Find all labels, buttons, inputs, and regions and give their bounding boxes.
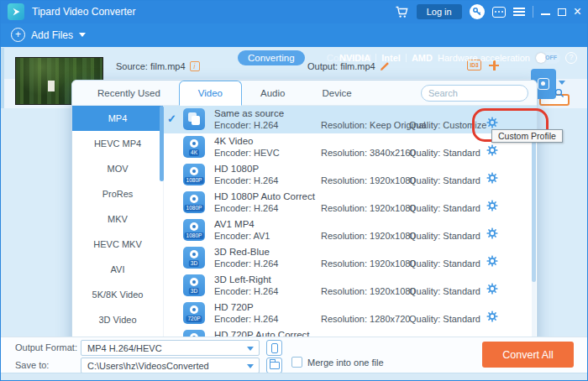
add-files-button[interactable]: + Add Files bbox=[11, 28, 86, 42]
format-dropdown-caret[interactable] bbox=[559, 81, 565, 85]
format-type-icon: 4K bbox=[183, 136, 205, 158]
format-row[interactable]: ✓ 720P HD 720P Encoder: H.264 Resolution… bbox=[164, 300, 537, 327]
format-encoder: Encoder: H.264 bbox=[214, 258, 278, 269]
format-type-icon: 1080P bbox=[183, 219, 205, 241]
toggle-state: OFF bbox=[545, 55, 557, 60]
popup-tab[interactable]: Device bbox=[303, 81, 370, 105]
hardware-acceleration-label: Hardware acceleration bbox=[438, 53, 530, 63]
add-files-label: Add Files bbox=[31, 29, 73, 41]
popup-tab[interactable]: Recently Used bbox=[79, 81, 179, 105]
sidebar-format-item[interactable]: 3D Video bbox=[72, 307, 163, 332]
nvidia-label: NVIDIA bbox=[339, 53, 370, 63]
save-to-value: C:\Users\hz\VideosConverted bbox=[87, 361, 244, 371]
format-type-icon bbox=[183, 108, 205, 130]
format-row[interactable]: ✓ 1080P AV1 MP4 Encoder: AV1 Resolution:… bbox=[164, 217, 537, 244]
merge-checkbox[interactable] bbox=[291, 357, 302, 368]
app-logo-icon bbox=[8, 3, 24, 20]
resolution-badge: 1080P bbox=[185, 205, 204, 211]
add-icon: + bbox=[11, 28, 25, 42]
source-file: Source: film.mp4 i bbox=[116, 61, 200, 71]
dropdown-arrow-icon bbox=[247, 364, 254, 368]
format-type-icon: 3D bbox=[183, 274, 205, 296]
resolution-badge: 1080P bbox=[185, 177, 204, 184]
format-row[interactable]: ✓ Same as source Encoder: H.264 Resoluti… bbox=[164, 106, 537, 133]
close-button[interactable]: × bbox=[574, 5, 581, 18]
format-row[interactable]: ✓ 4K 4K Video Encoder: HEVC Resolution: … bbox=[164, 133, 537, 161]
format-encoder: Encoder: H.264 bbox=[214, 175, 278, 185]
format-resolution: Resolution: 1920x1080 bbox=[321, 231, 416, 241]
popup-tab[interactable]: Video bbox=[179, 81, 242, 106]
format-resolution: Resolution: 3840x2160 bbox=[321, 148, 416, 158]
format-resolution: Resolution: 1280x720 bbox=[321, 314, 410, 324]
format-encoder: Encoder: H.264 bbox=[214, 314, 278, 324]
format-row[interactable]: ✓ 3D 3D Left-Right Encoder: H.264 Resolu… bbox=[164, 272, 537, 300]
chevron-down-icon bbox=[79, 33, 86, 37]
gear-icon[interactable] bbox=[486, 172, 498, 187]
format-encoder: Encoder: AV1 bbox=[214, 231, 270, 241]
format-encoder: Encoder: HEVC bbox=[214, 148, 280, 158]
gear-icon[interactable] bbox=[486, 311, 498, 326]
source-label: Source: film.mp4 bbox=[116, 61, 186, 71]
gear-icon[interactable] bbox=[486, 144, 498, 159]
search-input[interactable] bbox=[422, 88, 554, 98]
footer-strip bbox=[0, 373, 588, 381]
sidebar-format-item[interactable]: AVI bbox=[72, 257, 163, 282]
maximize-button[interactable] bbox=[558, 8, 566, 16]
format-selection-popup: Recently Used Video Audio Device MP4 HEV… bbox=[71, 80, 538, 367]
format-encoder: Encoder: H.264 bbox=[214, 120, 278, 130]
sidebar-format-item[interactable]: 5K/8K Video bbox=[72, 282, 163, 307]
resolution-badge: 4K bbox=[189, 149, 199, 156]
output-format-combo[interactable]: MP4 H.264/HEVC bbox=[81, 340, 260, 356]
sidebar-format-item[interactable]: MOV bbox=[72, 156, 163, 181]
toolbar: + Add Files Converting Converted NVIDIA … bbox=[0, 23, 588, 47]
gear-icon[interactable] bbox=[486, 227, 498, 243]
gear-icon[interactable] bbox=[486, 283, 498, 298]
format-type-icon: 1080P bbox=[183, 164, 205, 185]
resolution-badge: 1080P bbox=[185, 232, 204, 239]
format-title: AV1 MP4 bbox=[214, 219, 255, 229]
minimize-button[interactable] bbox=[541, 13, 550, 15]
format-encoder: Encoder: H.264 bbox=[214, 203, 278, 213]
format-row[interactable]: ✓ 1080P HD 1080P Auto Correct Encoder: H… bbox=[164, 189, 537, 217]
format-resolution: Resolution: 1920x1080 bbox=[321, 175, 416, 185]
device-icon bbox=[271, 343, 278, 353]
sidebar-format-item[interactable]: MP4 bbox=[72, 106, 163, 131]
format-quality: Quality: Standard bbox=[409, 231, 480, 241]
login-button[interactable]: Log in bbox=[417, 4, 462, 19]
mode-tab[interactable]: Converting bbox=[238, 50, 305, 65]
register-key-icon[interactable] bbox=[470, 4, 485, 19]
sidebar-format-item[interactable]: MKV bbox=[72, 206, 163, 232]
format-title: 3D Left-Right bbox=[214, 274, 271, 284]
resolution-badge: 3D bbox=[189, 260, 199, 267]
open-folder-button[interactable] bbox=[266, 358, 282, 373]
format-title: HD 1080P bbox=[214, 164, 259, 174]
menu-icon[interactable] bbox=[513, 8, 525, 9]
sidebar-format-item[interactable]: HEVC MKV bbox=[72, 232, 163, 257]
device-profile-button[interactable] bbox=[266, 340, 282, 356]
format-row[interactable]: ✓ 1080P HD 1080P Encoder: H.264 Resoluti… bbox=[164, 161, 537, 189]
format-quality: Quality: Standard bbox=[409, 203, 480, 213]
sidebar-format-item[interactable]: HEVC MP4 bbox=[72, 131, 163, 156]
output-format-value: MP4 H.264/HEVC bbox=[87, 343, 244, 353]
save-to-combo[interactable]: C:\Users\hz\VideosConverted bbox=[81, 358, 260, 373]
popup-tab[interactable]: Audio bbox=[242, 81, 303, 105]
format-row[interactable]: ✓ 3D 3D Red-Blue Encoder: H.264 Resoluti… bbox=[164, 244, 537, 272]
output-format-label: Output Format: bbox=[15, 342, 77, 352]
help-icon[interactable]: ? bbox=[565, 52, 577, 64]
search-icon[interactable] bbox=[554, 88, 564, 98]
feedback-icon[interactable] bbox=[492, 7, 506, 18]
hardware-acceleration-toggle[interactable]: OFF bbox=[535, 52, 560, 64]
cart-icon[interactable] bbox=[395, 6, 409, 18]
gear-icon[interactable] bbox=[486, 200, 498, 215]
info-icon[interactable]: i bbox=[190, 61, 200, 71]
sidebar-format-item[interactable]: ProRes bbox=[72, 181, 163, 206]
intel-label: Intel bbox=[381, 53, 401, 63]
amd-label: AMD bbox=[412, 53, 433, 63]
resolution-badge: 3D bbox=[189, 288, 199, 295]
format-quality: Quality: Standard bbox=[409, 286, 480, 296]
gear-icon[interactable] bbox=[486, 255, 498, 270]
format-title: 4K Video bbox=[214, 136, 253, 146]
titlebar-separator bbox=[533, 6, 533, 18]
folder-icon bbox=[270, 362, 280, 369]
convert-all-button[interactable]: Convert All bbox=[482, 342, 574, 368]
